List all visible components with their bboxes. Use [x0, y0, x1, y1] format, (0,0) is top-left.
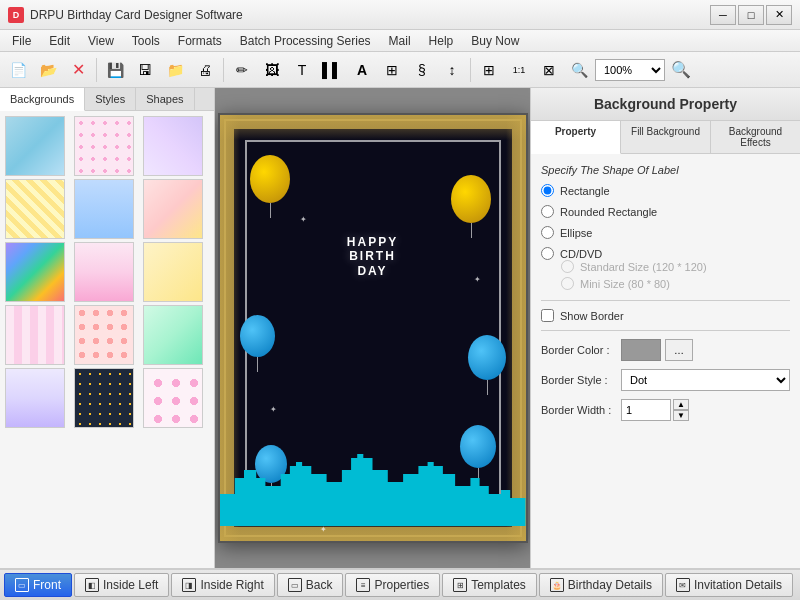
show-border-checkbox[interactable] [541, 309, 554, 322]
bottom-tab-front[interactable]: ▭ Front [4, 573, 72, 597]
bg-thumb-2[interactable] [74, 116, 134, 176]
bg-thumb-8[interactable] [74, 242, 134, 302]
show-border-row: Show Border [541, 309, 790, 322]
radio-rounded-label[interactable]: Rounded Rectangle [560, 206, 657, 218]
bottom-tab-inside-left[interactable]: ◧ Inside Left [74, 573, 169, 597]
toolbar-print[interactable]: 🖨 [191, 56, 219, 84]
toolbar-cursor[interactable]: ↕ [438, 56, 466, 84]
menu-file[interactable]: File [4, 32, 39, 50]
bg-thumb-13[interactable] [5, 368, 65, 428]
divider-1 [541, 300, 790, 301]
tab-backgrounds[interactable]: Backgrounds [0, 88, 85, 111]
close-button[interactable]: ✕ [766, 5, 792, 25]
bg-thumb-1[interactable] [5, 116, 65, 176]
toolbar-zoom-in[interactable]: 🔍 [565, 56, 593, 84]
radio-mini-row: Mini Size (80 * 80) [561, 277, 790, 290]
toolbar-save2[interactable]: 💾 [101, 56, 129, 84]
toolbar-draw[interactable]: ✏ [228, 56, 256, 84]
toolbar-save[interactable]: ✕ [64, 56, 92, 84]
menu-view[interactable]: View [80, 32, 122, 50]
radio-rectangle-row: Rectangle [541, 184, 790, 197]
minimize-button[interactable]: ─ [710, 5, 736, 25]
bottom-tab-birthday-details[interactable]: 🎂 Birthday Details [539, 573, 663, 597]
bottom-tab-back[interactable]: ▭ Back [277, 573, 344, 597]
radio-ellipse-label[interactable]: Ellipse [560, 227, 592, 239]
toolbar-symbol[interactable]: § [408, 56, 436, 84]
toolbar-barcode[interactable]: ▌▌ [318, 56, 346, 84]
bg-thumb-7[interactable] [5, 242, 65, 302]
invitation-details-tab-label: Invitation Details [694, 578, 782, 592]
bg-thumb-5[interactable] [74, 179, 134, 239]
border-width-up[interactable]: ▲ [673, 399, 689, 410]
toolbar-open[interactable]: 📂 [34, 56, 62, 84]
bg-thumb-4[interactable] [5, 179, 65, 239]
border-style-row: Border Style : Dot Solid Dash DashDot Da… [541, 369, 790, 391]
toolbar-fit[interactable]: ⊠ [535, 56, 563, 84]
bottom-tab-invitation-details[interactable]: ✉ Invitation Details [665, 573, 793, 597]
toolbar-new[interactable]: 📄 [4, 56, 32, 84]
toolbar-sep1 [96, 58, 97, 82]
prop-tab-effects[interactable]: Background Effects [711, 121, 800, 153]
bg-thumb-9[interactable] [143, 242, 203, 302]
radio-cddvd-label[interactable]: CD/DVD [560, 248, 602, 260]
border-color-picker-btn[interactable]: … [665, 339, 693, 361]
panel-tabs: Backgrounds Styles Shapes [0, 88, 214, 111]
menu-tools[interactable]: Tools [124, 32, 168, 50]
radio-standard-size[interactable] [561, 260, 574, 273]
border-style-label: Border Style : [541, 374, 621, 386]
toolbar-save3[interactable]: 🖫 [131, 56, 159, 84]
prop-tab-fill[interactable]: Fill Background [621, 121, 711, 153]
bottom-tab-properties[interactable]: ≡ Properties [345, 573, 440, 597]
radio-mini-size[interactable] [561, 277, 574, 290]
zoom-select[interactable]: 100% 75% 125% 150% 200% [595, 59, 665, 81]
menu-formats[interactable]: Formats [170, 32, 230, 50]
radio-rectangle[interactable] [541, 184, 554, 197]
front-tab-icon: ▭ [15, 578, 29, 592]
bg-thumb-15[interactable] [143, 368, 203, 428]
inside-right-tab-label: Inside Right [200, 578, 263, 592]
balloon-gold-1 [250, 155, 290, 203]
border-style-select[interactable]: Dot Solid Dash DashDot DashDotDot [621, 369, 790, 391]
bottom-tab-templates[interactable]: ⊞ Templates [442, 573, 537, 597]
templates-tab-icon: ⊞ [453, 578, 467, 592]
maximize-button[interactable]: □ [738, 5, 764, 25]
tab-styles[interactable]: Styles [85, 88, 136, 110]
properties-tab-icon: ≡ [356, 578, 370, 592]
prop-tab-property[interactable]: Property [531, 121, 621, 154]
left-panel: Backgrounds Styles Shapes [0, 88, 215, 568]
toolbar-text2[interactable]: A [348, 56, 376, 84]
border-color-swatch[interactable] [621, 339, 661, 361]
bottom-bar: ▭ Front ◧ Inside Left ◨ Inside Right ▭ B… [0, 568, 800, 600]
radio-standard-row: Standard Size (120 * 120) [561, 260, 790, 273]
radio-cddvd[interactable] [541, 247, 554, 260]
menu-mail[interactable]: Mail [381, 32, 419, 50]
toolbar-align[interactable]: ⊞ [378, 56, 406, 84]
menu-batch[interactable]: Batch Processing Series [232, 32, 379, 50]
bottom-tab-inside-right[interactable]: ◨ Inside Right [171, 573, 274, 597]
bg-thumb-14[interactable] [74, 368, 134, 428]
toolbar-image[interactable]: 🖼 [258, 56, 286, 84]
border-width-down[interactable]: ▼ [673, 410, 689, 421]
toolbar-zoom-out[interactable]: 🔍 [667, 56, 695, 84]
bg-thumb-3[interactable] [143, 116, 203, 176]
show-border-label[interactable]: Show Border [560, 310, 624, 322]
bg-thumb-11[interactable] [74, 305, 134, 365]
bg-thumb-10[interactable] [5, 305, 65, 365]
bg-thumb-6[interactable] [143, 179, 203, 239]
menu-help[interactable]: Help [421, 32, 462, 50]
menu-buynow[interactable]: Buy Now [463, 32, 527, 50]
toolbar-text[interactable]: T [288, 56, 316, 84]
radio-cddvd-row: CD/DVD [541, 247, 790, 260]
app-title: DRPU Birthday Card Designer Software [30, 8, 243, 22]
radio-rectangle-label[interactable]: Rectangle [560, 185, 610, 197]
menu-edit[interactable]: Edit [41, 32, 78, 50]
toolbar-open2[interactable]: 📁 [161, 56, 189, 84]
toolbar-ratio[interactable]: 1:1 [505, 56, 533, 84]
toolbar-grid[interactable]: ⊞ [475, 56, 503, 84]
radio-rounded-rectangle[interactable] [541, 205, 554, 218]
radio-ellipse[interactable] [541, 226, 554, 239]
border-width-input[interactable] [621, 399, 671, 421]
card-canvas[interactable]: ✦ ✦ ✦ ✦ ✦ ✦ ✦ HAPPY BIRTH DAY [218, 113, 528, 543]
tab-shapes[interactable]: Shapes [136, 88, 194, 110]
bg-thumb-12[interactable] [143, 305, 203, 365]
